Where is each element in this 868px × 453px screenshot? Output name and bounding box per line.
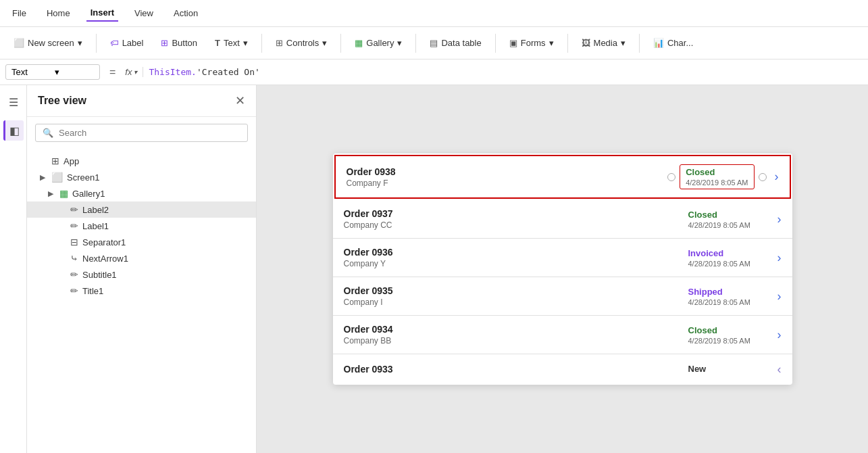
media-chevron-icon: ▾ [621, 38, 626, 48]
item-status-block-0937: Closed 4/28/2019 8:05 AM [688, 210, 769, 229]
label1-label: Label1 [82, 221, 248, 231]
item-order-0937: Order 0937 [344, 208, 680, 219]
subtitle1-label: Subtitle1 [82, 270, 248, 280]
formula-input[interactable]: ThisItem.'Created On' [149, 67, 863, 77]
controls-icon: ⊞ [276, 38, 283, 48]
search-input[interactable] [59, 128, 240, 138]
menu-bar: File Home Insert View Action [0, 0, 868, 27]
item-info-0938: Order 0938 Company F [347, 166, 660, 188]
item-arrow-0938[interactable]: › [775, 170, 779, 184]
gallery-icon: ▦ [355, 38, 363, 48]
gallery-item-0936[interactable]: Order 0936 Company Y Invoiced 4/28/2019 … [333, 239, 792, 277]
menu-item-action[interactable]: Action [170, 5, 202, 21]
new-screen-chevron-icon: ▾ [78, 38, 82, 48]
item-status-block-0936: Invoiced 4/28/2019 8:05 AM [688, 248, 769, 268]
gallery1-expand-icon: ▶ [46, 189, 55, 198]
new-screen-icon: ⬜ [14, 38, 24, 48]
item-info-0934: Order 0934 Company BB [344, 324, 680, 345]
canvas-area: Order 0938 Company F Closed 4/28/2019 8:… [257, 85, 868, 453]
media-button[interactable]: 🖼 Media ▾ [575, 34, 632, 51]
item-company-0938: Company F [347, 178, 660, 188]
tree-item-screen1[interactable]: ▶ ⬜ Screen1 [27, 169, 256, 185]
title1-node-icon: ✏ [70, 285, 78, 296]
data-table-icon: ▤ [430, 38, 438, 48]
divider-5 [495, 34, 496, 53]
controls-button[interactable]: ⊞ Controls ▾ [269, 34, 334, 51]
menu-item-home[interactable]: Home [43, 5, 74, 21]
formula-fx-area[interactable]: fx ▾ [125, 67, 143, 77]
gallery-preview: Order 0938 Company F Closed 4/28/2019 8:… [333, 153, 792, 385]
tree-item-nextarrow1[interactable]: ⤷ NextArrow1 [27, 250, 256, 266]
gallery-item-0938[interactable]: Order 0938 Company F Closed 4/28/2019 8:… [334, 155, 791, 199]
item-order-0933: Order 0933 [344, 364, 680, 375]
divider-4 [415, 34, 416, 53]
label-button[interactable]: 🏷 Label [103, 34, 151, 51]
main-layout: ☰ ◧ Tree view ✕ 🔍 ⊞ App ▶ ⬜ Screen1 [0, 85, 868, 453]
item-order-0935: Order 0935 [344, 285, 680, 296]
item-status-0937: Closed [688, 210, 769, 220]
new-screen-button[interactable]: ⬜ New screen ▾ [7, 34, 89, 51]
chart-button[interactable]: 📊 Char... [646, 34, 700, 51]
gallery-item-0937[interactable]: Order 0937 Company CC Closed 4/28/2019 8… [333, 200, 792, 239]
item-arrow-0934[interactable]: › [777, 328, 782, 342]
menu-item-view[interactable]: View [130, 5, 157, 21]
button-button[interactable]: ⊞ Button [154, 34, 204, 51]
tree-item-subtitle1[interactable]: ✏ Subtitle1 [27, 266, 256, 283]
menu-item-file[interactable]: File [8, 5, 30, 21]
tree-close-button[interactable]: ✕ [235, 93, 245, 108]
label2-label: Label2 [82, 205, 248, 215]
gallery1-label: Gallery1 [72, 189, 248, 199]
item-status-0936: Invoiced [688, 248, 769, 258]
tree-body: ⊞ App ▶ ⬜ Screen1 ▶ ▦ Gallery1 ✏ Label2 [27, 149, 256, 453]
layers-icon[interactable]: ◧ [3, 120, 24, 141]
tree-item-title1[interactable]: ✏ Title1 [27, 283, 256, 299]
formula-bar: Text ▾ = fx ▾ ThisItem.'Created On' [0, 59, 868, 85]
tree-item-app[interactable]: ⊞ App [27, 153, 256, 169]
label1-node-icon: ✏ [70, 220, 78, 231]
gallery-item-0935[interactable]: Order 0935 Company I Shipped 4/28/2019 8… [333, 277, 792, 316]
item-arrow-0933[interactable]: ‹ [777, 362, 782, 377]
formula-selector-value: Text [11, 67, 51, 77]
tree-item-label1[interactable]: ✏ Label1 [27, 218, 256, 234]
formula-selector[interactable]: Text ▾ [5, 64, 100, 80]
gallery-button[interactable]: ▦ Gallery ▾ [348, 34, 409, 51]
item-arrow-0935[interactable]: › [777, 289, 782, 304]
gallery-item-0933[interactable]: Order 0933 New ‹ [333, 354, 792, 385]
tree-header: Tree view ✕ [27, 85, 256, 117]
item-company-0935: Company I [344, 297, 680, 307]
media-icon: 🖼 [582, 38, 590, 48]
nextarrow1-node-icon: ⤷ [70, 253, 78, 264]
forms-icon: ▣ [509, 38, 517, 48]
nextarrow1-label: NextArrow1 [82, 254, 248, 264]
item-arrow-0936[interactable]: › [777, 251, 782, 265]
divider-2 [261, 34, 262, 53]
item-status-block-0934: Closed 4/28/2019 8:05 AM [688, 325, 769, 345]
gallery-chevron-icon: ▾ [397, 38, 402, 48]
controls-chevron-icon: ▾ [322, 38, 327, 48]
formula-selector-chevron-icon: ▾ [55, 67, 94, 77]
tree-item-separator1[interactable]: ⊟ Separator1 [27, 234, 256, 250]
hamburger-menu-icon[interactable]: ☰ [3, 92, 24, 112]
item-date-0934: 4/28/2019 8:05 AM [688, 337, 769, 345]
item-status-block-0938: Closed 4/28/2019 8:05 AM [667, 164, 766, 189]
tree-item-label2[interactable]: ✏ Label2 [27, 201, 256, 218]
tree-item-gallery1[interactable]: ▶ ▦ Gallery1 [27, 185, 256, 201]
item-arrow-0937[interactable]: › [777, 212, 782, 226]
text-button[interactable]: T Text ▾ [208, 34, 255, 51]
item-date-0936: 4/28/2019 8:05 AM [688, 260, 769, 268]
tree-search-container: 🔍 [35, 124, 248, 142]
item-date-0938: 4/28/2019 8:05 AM [686, 178, 748, 187]
gallery-item-0934[interactable]: Order 0934 Company BB Closed 4/28/2019 8… [333, 316, 792, 354]
fx-chevron-icon: ▾ [134, 68, 137, 76]
item-status-0933: New [688, 364, 769, 374]
item-company-0936: Company Y [344, 259, 680, 268]
item-company-0937: Company CC [344, 220, 680, 230]
divider-3 [340, 34, 341, 53]
menu-item-insert[interactable]: Insert [86, 5, 118, 22]
data-table-button[interactable]: ▤ Data table [423, 34, 488, 51]
formula-equals: = [105, 66, 120, 78]
chart-icon: 📊 [653, 38, 664, 48]
forms-button[interactable]: ▣ Forms ▾ [503, 34, 561, 51]
control-node-left [667, 173, 675, 181]
item-status-0935: Shipped [688, 287, 769, 297]
